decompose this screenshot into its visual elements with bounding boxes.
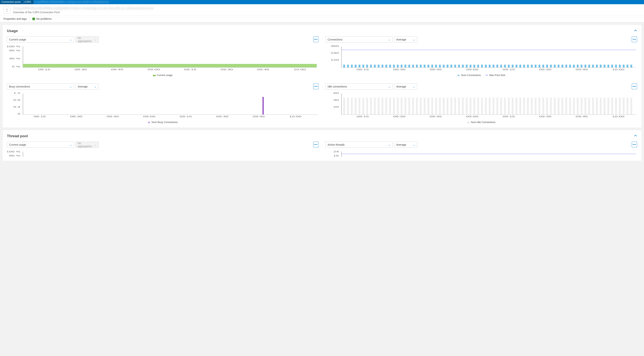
legend-item[interactable]: Current usage — [153, 74, 172, 76]
svg-text:80 %: 80 % — [9, 49, 20, 52]
svg-rect-67 — [527, 65, 529, 68]
svg-rect-138 — [374, 98, 376, 114]
svg-rect-48 — [454, 65, 456, 68]
panel-title-usage: Usage — [7, 29, 18, 33]
svg-text:10:00: 10:00 — [289, 115, 302, 118]
panel-title-threadpool: Thread pool — [7, 134, 28, 138]
metric-select[interactable]: Current usage⌄ — [7, 36, 74, 42]
svg-rect-163 — [470, 98, 471, 114]
svg-rect-196 — [596, 98, 598, 114]
svg-rect-140 — [382, 98, 383, 114]
svg-text:0.4: 0.4 — [14, 106, 20, 108]
chart-connections: Connections⌄ Average⌄ ••• 360 240 120 08 — [326, 36, 637, 76]
svg-rect-181 — [538, 98, 540, 114]
svg-rect-84 — [592, 65, 594, 68]
properties-link[interactable]: Properties and tags — [4, 17, 27, 20]
svg-rect-197 — [600, 98, 602, 114]
bars-icon — [148, 121, 150, 123]
svg-rect-73 — [550, 65, 552, 68]
svg-text:240: 240 — [331, 52, 339, 54]
aggregation-select[interactable]: Average⌄ — [76, 84, 99, 90]
svg-rect-148 — [412, 98, 414, 114]
chart-idle-connections: Idle connections⌄ Average⌄ ••• 60 40 20 … — [326, 84, 637, 124]
metric-select[interactable]: Busy connections⌄ — [7, 84, 74, 90]
aggregation-select[interactable]: Average⌄ — [394, 142, 417, 148]
breadcrumb: Connection pools C3P0 2rqxyfff8l3ds7j5f0… — [0, 0, 644, 4]
svg-rect-40 — [424, 65, 426, 68]
divider — [29, 17, 30, 20]
svg-rect-161 — [462, 98, 464, 114]
svg-rect-123 — [148, 122, 148, 123]
svg-text:09:15: 09:15 — [180, 115, 192, 118]
collapse-button[interactable] — [634, 134, 637, 138]
chart-more-button[interactable]: ••• — [632, 36, 637, 42]
line-icon — [486, 74, 488, 76]
svg-rect-68 — [531, 65, 532, 68]
svg-rect-130 — [343, 98, 345, 114]
status-label: No problems — [36, 17, 52, 20]
metric-select[interactable]: Current usage⌄ — [7, 142, 74, 148]
metric-select[interactable]: Idle connections⌄ — [326, 84, 392, 90]
svg-text:80 %: 80 % — [9, 154, 20, 157]
chart-more-button[interactable]: ••• — [313, 142, 318, 148]
svg-rect-141 — [385, 98, 387, 114]
svg-rect-21 — [351, 65, 353, 68]
svg-rect-82 — [584, 65, 586, 68]
svg-rect-182 — [542, 98, 544, 114]
svg-text:40 %: 40 % — [9, 58, 20, 60]
metric-select[interactable]: Active threads⌄ — [326, 142, 392, 148]
breadcrumb-root[interactable]: Connection pools — [0, 0, 23, 4]
svg-rect-198 — [604, 98, 606, 114]
svg-text:60: 60 — [333, 92, 339, 94]
collapse-button[interactable] — [634, 29, 637, 33]
svg-rect-92 — [623, 65, 624, 68]
svg-rect-31 — [389, 65, 391, 68]
chart-more-button[interactable]: ••• — [632, 84, 637, 89]
svg-rect-158 — [450, 98, 452, 114]
svg-rect-75 — [558, 65, 559, 68]
breadcrumb-instance[interactable]: 2rqxyfff8l3ds7j5f0kbfcf4fahs running on … — [33, 0, 112, 4]
svg-rect-147 — [408, 98, 410, 114]
chevron-down-icon: ⌄ — [70, 38, 72, 41]
chart-more-button[interactable]: ••• — [313, 84, 318, 89]
svg-text:08:15: 08:15 — [356, 115, 369, 118]
svg-rect-28 — [378, 65, 380, 68]
svg-rect-178 — [527, 98, 529, 114]
svg-rect-156 — [443, 98, 444, 114]
breadcrumb-type[interactable]: C3P0 — [23, 0, 33, 4]
legend-item[interactable]: Num Busy Connections — [148, 121, 178, 124]
svg-text:08:30: 08:30 — [393, 115, 406, 118]
svg-text:08:30: 08:30 — [393, 68, 406, 70]
svg-rect-190 — [573, 98, 575, 114]
aggregation-select[interactable]: Average⌄ — [394, 84, 417, 90]
svg-text:100 %: 100 % — [7, 45, 20, 48]
legend-item[interactable]: Num Idle Connections — [467, 121, 496, 124]
legend-item[interactable]: Num Connections — [457, 74, 481, 76]
chevron-down-icon: ⌄ — [413, 143, 415, 146]
svg-rect-81 — [581, 65, 582, 68]
health-status[interactable]: ✓ No problems — [32, 17, 52, 20]
chart-more-button[interactable]: ••• — [632, 142, 637, 148]
svg-text:10:00: 10:00 — [612, 68, 624, 70]
svg-rect-93 — [626, 65, 628, 68]
legend-item[interactable]: Max Pool Size — [486, 74, 505, 76]
chevron-down-icon: ⌄ — [413, 38, 415, 41]
svg-text:08:15: 08:15 — [356, 68, 369, 70]
metric-select[interactable]: Connections⌄ — [326, 36, 392, 42]
svg-text:40: 40 — [333, 99, 339, 101]
svg-rect-177 — [523, 98, 525, 114]
svg-rect-60 — [500, 65, 502, 68]
svg-rect-205 — [630, 98, 632, 114]
bars-icon — [457, 74, 460, 76]
svg-rect-132 — [351, 98, 353, 114]
chart-more-button[interactable]: ••• — [313, 36, 318, 42]
svg-rect-79 — [573, 65, 575, 68]
svg-rect-149 — [416, 98, 418, 114]
svg-rect-180 — [534, 98, 536, 114]
svg-rect-184 — [550, 98, 552, 114]
svg-rect-171 — [500, 98, 502, 114]
svg-text:09:15: 09:15 — [184, 68, 196, 70]
svg-rect-56 — [485, 65, 487, 68]
aggregation-select[interactable]: Average⌄ — [394, 36, 417, 42]
svg-text:1.2: 1.2 — [14, 92, 20, 94]
